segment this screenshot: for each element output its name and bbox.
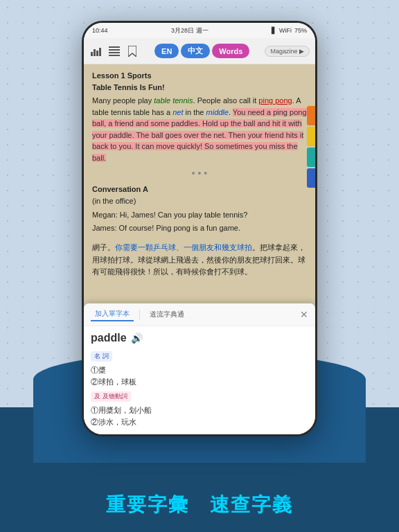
dict-word: paddle 🔊 bbox=[91, 332, 308, 344]
megan-line: Megan: Hi, James! Can you play table ten… bbox=[92, 209, 307, 221]
svg-rect-3 bbox=[99, 48, 101, 56]
bookmark-teal[interactable] bbox=[307, 148, 315, 167]
lesson-text: Lesson 1 Sports Table Tennis Is Fun! Man… bbox=[84, 64, 315, 239]
para1-italic1: table tennis bbox=[154, 96, 193, 105]
dict-def-verb: ①用槳划，划小船 ②涉水，玩水 bbox=[91, 405, 308, 429]
tab-en-button[interactable]: EN bbox=[154, 44, 179, 58]
conversation-sub: (in the office) bbox=[92, 195, 307, 207]
bookmark-orange[interactable] bbox=[307, 106, 315, 125]
para1-text4: in the bbox=[184, 108, 206, 116]
para1-underline1: ping pong bbox=[258, 96, 292, 105]
dictionary-popup: 加入單字本 道流字典通 ✕ paddle 🔊 名 詞 ①槳 ②球拍，球板 bbox=[84, 303, 315, 434]
dict-tab-lookup[interactable]: 道流字典通 bbox=[145, 308, 188, 321]
svg-rect-2 bbox=[96, 51, 98, 56]
tab-zh-button[interactable]: 中文 bbox=[181, 44, 210, 58]
dict-close-button[interactable]: ✕ bbox=[300, 309, 308, 320]
lesson-subtitle: Table Tennis Is Fun! bbox=[92, 82, 307, 94]
wifi-icon: WiFi bbox=[279, 27, 292, 34]
dict-def-noun: ①槳 ②球拍，球板 bbox=[91, 364, 308, 389]
bookmark-yellow[interactable] bbox=[307, 127, 315, 146]
paragraph-1: Many people play table tennis. People al… bbox=[92, 95, 307, 163]
para1-text2: . People also call it bbox=[193, 96, 259, 105]
tab-words-button[interactable]: Words bbox=[212, 44, 249, 58]
bookmark-blue[interactable] bbox=[307, 168, 315, 188]
conversation-title: Conversation A bbox=[92, 184, 307, 195]
list-icon[interactable] bbox=[107, 44, 121, 58]
para1-italic3: middle bbox=[206, 108, 229, 116]
dict-body: paddle 🔊 名 詞 ①槳 ②球拍，球板 及 及物動詞 ①用槳划，划小船 ②… bbox=[84, 326, 315, 434]
status-bar: 10:44 3月28日 週一 ▋ WiFi 75% bbox=[84, 23, 315, 38]
dict-tab-add[interactable]: 加入單字本 bbox=[91, 308, 134, 321]
para1-text5: . bbox=[229, 108, 233, 116]
toolbar-tabs: EN 中文 Words bbox=[143, 44, 260, 58]
svg-rect-6 bbox=[109, 52, 120, 53]
page-content: Lesson 1 Sports Table Tennis Is Fun! Man… bbox=[84, 64, 315, 434]
dict-verb-section: 及 及物動詞 ①用槳划，划小船 ②涉水，玩水 bbox=[91, 389, 308, 429]
svg-rect-5 bbox=[109, 49, 120, 51]
status-time: 10:44 bbox=[92, 27, 108, 34]
battery-icon: 75% bbox=[294, 27, 307, 34]
status-date: 3月28日 週一 bbox=[171, 26, 209, 35]
svg-rect-4 bbox=[109, 46, 120, 48]
dict-header: 加入單字本 道流字典通 ✕ bbox=[84, 303, 315, 326]
chinese-highlight: 你需要一顆乒乓球、一個朋友和幾支球拍 bbox=[115, 243, 252, 251]
svg-rect-7 bbox=[109, 55, 120, 56]
signal-icon: ▋ bbox=[272, 27, 276, 34]
svg-rect-1 bbox=[94, 49, 96, 56]
para1-text1: Many people play bbox=[92, 96, 154, 105]
chinese-title: 網子。 bbox=[92, 243, 115, 251]
magazine-button[interactable]: Magazine ▶ bbox=[265, 46, 310, 57]
bookmark-icon[interactable] bbox=[125, 44, 139, 58]
dict-pos-verb: 及 及物動詞 bbox=[91, 391, 131, 402]
toolbar-left-icons bbox=[89, 44, 139, 58]
bottom-tagline: 重要字彙 速查字義 bbox=[0, 492, 399, 518]
dict-header-divider bbox=[139, 310, 140, 319]
phone-frame: 10:44 3月28日 週一 ▋ WiFi 75% bbox=[82, 21, 317, 436]
status-right-icons: ▋ WiFi 75% bbox=[272, 27, 307, 34]
toolbar: EN 中文 Words Magazine ▶ bbox=[84, 38, 315, 64]
dict-speaker-icon[interactable]: 🔊 bbox=[131, 332, 143, 344]
page-dots: • • • bbox=[92, 163, 307, 184]
bookmarks bbox=[307, 106, 315, 188]
dict-pos-noun: 名 詞 bbox=[91, 351, 112, 362]
chinese-section: 網子。你需要一顆乒乓球、一個朋友和幾支球拍。把球拿起來，用球拍打球。球從球網上飛… bbox=[84, 239, 315, 281]
dict-noun-section: 名 詞 ①槳 ②球拍，球板 bbox=[91, 348, 308, 389]
chart-icon[interactable] bbox=[89, 44, 103, 58]
james-line: James: Of course! Ping pong is a fun gam… bbox=[92, 222, 307, 234]
lesson-title: Lesson 1 Sports bbox=[92, 70, 307, 82]
svg-rect-0 bbox=[91, 52, 93, 56]
para1-italic2: net bbox=[172, 108, 183, 116]
